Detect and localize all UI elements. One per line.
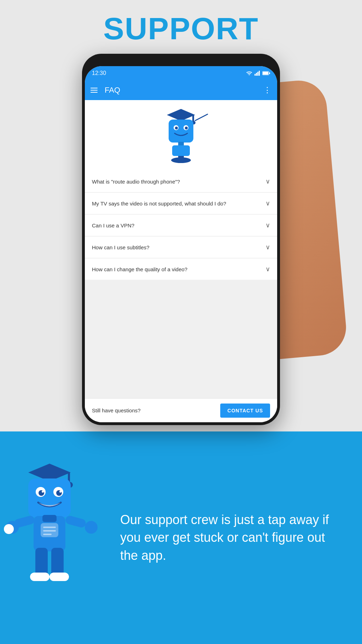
svg-rect-41: [42, 515, 57, 522]
teacher-mascot-icon: [149, 104, 213, 167]
hamburger-icon[interactable]: [90, 88, 98, 93]
status-time: 12:30: [92, 70, 106, 76]
chevron-down-icon-0: ∨: [265, 178, 270, 185]
svg-rect-1: [256, 73, 257, 76]
svg-rect-3: [259, 71, 260, 76]
svg-rect-40: [49, 573, 69, 581]
svg-rect-6: [269, 72, 270, 74]
faq-question-0: What is "route audio through phone"?: [92, 178, 265, 185]
svg-point-20: [171, 157, 191, 163]
svg-rect-12: [169, 120, 193, 143]
svg-point-34: [4, 524, 14, 534]
status-icons: [246, 71, 270, 76]
faq-question-3: How can I use subtitles?: [92, 244, 265, 251]
faq-item-2[interactable]: Can I use a VPN? ∨: [85, 215, 277, 236]
faq-item-1[interactable]: My TV says the video is not supported, w…: [85, 193, 277, 214]
svg-line-11: [195, 114, 208, 121]
bottom-description: Our support crew is just a tap away if y…: [120, 511, 341, 564]
svg-rect-39: [30, 573, 49, 581]
svg-point-29: [42, 491, 44, 493]
svg-rect-5: [263, 72, 268, 75]
svg-rect-24: [28, 478, 71, 517]
chevron-down-icon-1: ∨: [265, 199, 270, 207]
svg-rect-43: [43, 527, 56, 528]
faq-question-1: My TV says the video is not supported, w…: [92, 200, 265, 207]
svg-rect-44: [43, 530, 56, 532]
more-menu-icon[interactable]: ⋮: [263, 86, 272, 95]
chevron-down-icon-4: ∨: [265, 265, 270, 273]
faq-question-2: Can I use a VPN?: [92, 222, 265, 229]
svg-rect-38: [51, 548, 64, 576]
chevron-down-icon-2: ∨: [265, 221, 270, 229]
svg-rect-0: [255, 74, 256, 76]
svg-marker-7: [167, 109, 195, 121]
phone-mockup: 12:30: [82, 54, 280, 425]
faq-item-3[interactable]: How can I use subtitles? ∨: [85, 237, 277, 258]
svg-rect-2: [257, 72, 258, 76]
bottom-section: Our support crew is just a tap away if y…: [0, 431, 362, 644]
contact-us-button[interactable]: CONTACT US: [220, 404, 270, 418]
svg-point-16: [185, 127, 188, 129]
svg-point-36: [85, 521, 98, 534]
faq-item-4[interactable]: How can I change the quality of a video?…: [85, 259, 277, 280]
faq-item-0[interactable]: What is "route audio through phone"? ∨: [85, 171, 277, 192]
faq-list: What is "route audio through phone"? ∨ M…: [85, 171, 277, 398]
svg-point-15: [175, 127, 178, 129]
contact-bar: Still have questions? CONTACT US: [85, 398, 277, 422]
svg-rect-35: [65, 515, 87, 528]
bottom-mascot-icon: [0, 453, 106, 630]
bottom-mascot: [0, 446, 120, 630]
faq-question-4: How can I change the quality of a video?: [92, 266, 265, 273]
app-bar-title: FAQ: [105, 86, 256, 95]
mascot-area: [85, 100, 277, 171]
status-bar: 12:30: [85, 66, 277, 80]
app-bar: FAQ ⋮: [85, 80, 277, 100]
page-title: SUPPORT: [103, 11, 258, 47]
chevron-down-icon-3: ∨: [265, 243, 270, 251]
still-questions-label: Still have questions?: [92, 407, 141, 413]
svg-point-30: [59, 491, 62, 493]
svg-rect-37: [35, 548, 48, 576]
svg-rect-45: [43, 534, 52, 535]
svg-rect-18: [172, 145, 190, 156]
